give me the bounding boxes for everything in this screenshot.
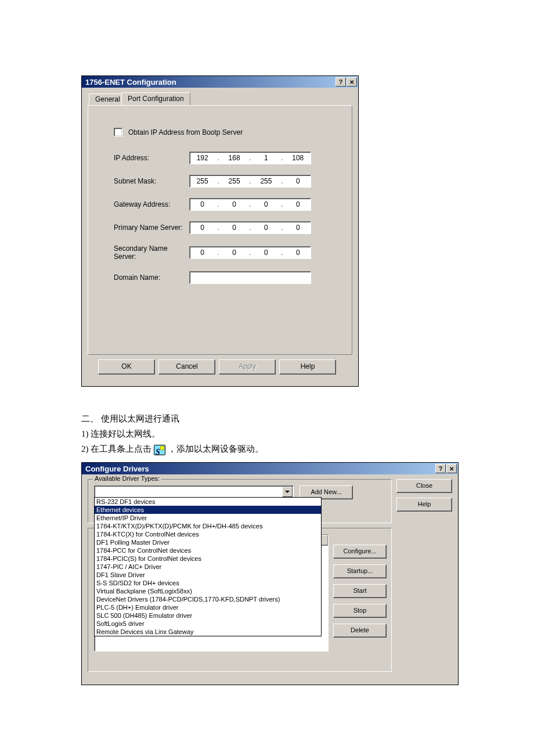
domain-name-input[interactable] <box>189 271 311 284</box>
start-button[interactable]: Start <box>333 584 387 598</box>
ok-button[interactable]: OK <box>98 359 155 375</box>
secondary-ns-input[interactable]: 0. 0. 0. 0 <box>189 246 311 259</box>
ip-octet[interactable]: 0 <box>254 249 277 257</box>
enet-config-dialog: 1756-ENET Configuration ? ✕ General Port… <box>81 75 359 387</box>
dialog-title: 1756-ENET Configuration <box>85 78 176 87</box>
dropdown-option[interactable]: Ethernet/IP Driver <box>95 514 321 522</box>
step-text-part: 2) 在工具条上点击 <box>81 444 151 453</box>
ip-octet[interactable]: 0 <box>286 177 309 185</box>
ip-octet[interactable]: 0 <box>254 224 277 232</box>
dropdown-option[interactable]: DF1 Slave Driver <box>95 571 321 579</box>
chevron-down-icon[interactable] <box>282 487 293 497</box>
ip-octet[interactable]: 0 <box>223 249 246 257</box>
step-text-part: ，添加以太网设备驱动。 <box>168 444 264 453</box>
ip-octet[interactable]: 108 <box>286 154 309 162</box>
dropdown-option[interactable]: S-S SD/SD2 for DH+ devices <box>95 579 321 587</box>
close-icon[interactable]: ✕ <box>347 77 357 87</box>
ip-octet[interactable]: 0 <box>223 224 246 232</box>
help-icon[interactable]: ? <box>435 464 446 473</box>
ip-octet[interactable]: 255 <box>223 177 246 185</box>
rslinx-s-icon <box>154 445 165 455</box>
gateway-label: Gateway Address: <box>114 200 189 208</box>
ip-octet[interactable]: 0 <box>254 200 277 208</box>
secondary-ns-label: Secondary Name Server: <box>114 244 189 261</box>
startup-button[interactable]: Startup... <box>333 564 387 578</box>
port-configuration-panel: Obtain IP Address from Bootp Server IP A… <box>88 105 352 355</box>
domain-name-label: Domain Name: <box>114 273 189 282</box>
section-heading: 二、 使用以太网进行通讯 <box>81 411 453 426</box>
subnet-mask-label: Subnet Mask: <box>114 177 189 185</box>
dialog-title: Configure Drivers <box>85 465 149 473</box>
dropdown-option[interactable]: Remote Devices via Linx Gateway <box>95 628 321 636</box>
dropdown-option[interactable]: 1784-PCC for ControlNet devices <box>95 546 321 555</box>
available-driver-types-group: Available Driver Types: RS-232 DF1 devic… <box>88 479 392 523</box>
ip-octet[interactable]: 0 <box>223 200 246 208</box>
configure-button[interactable]: Configure... <box>333 545 387 559</box>
subnet-mask-input[interactable]: 255. 255. 255. 0 <box>189 175 311 188</box>
ip-octet[interactable]: 255 <box>191 177 214 185</box>
titlebar[interactable]: Configure Drivers ? ✕ <box>82 463 458 474</box>
ip-octet[interactable]: 0 <box>191 200 214 208</box>
close-icon[interactable]: ✕ <box>446 464 457 473</box>
bootp-checkbox[interactable] <box>114 128 122 136</box>
dropdown-option[interactable]: DeviceNet Drivers (1784-PCD/PCIDS,1770-K… <box>95 595 321 603</box>
stop-button[interactable]: Stop <box>333 604 387 618</box>
driver-type-combobox[interactable]: RS-232 DF1 devicesEthernet devicesEthern… <box>94 485 294 498</box>
dropdown-option[interactable]: RS-232 DF1 devices <box>95 498 321 506</box>
help-button[interactable]: Help <box>396 498 452 512</box>
delete-button[interactable]: Delete <box>333 624 387 638</box>
ip-octet[interactable]: 1 <box>254 154 277 162</box>
gateway-input[interactable]: 0. 0. 0. 0 <box>189 198 311 211</box>
group-label: Available Driver Types: <box>93 475 161 482</box>
dropdown-option[interactable]: PLC-5 (DH+) Emulator driver <box>95 603 321 611</box>
configure-drivers-dialog: Configure Drivers ? ✕ Available Driver T… <box>81 462 459 685</box>
ip-octet[interactable]: 255 <box>254 177 277 185</box>
dropdown-option[interactable]: Ethernet devices <box>95 506 321 514</box>
dropdown-option[interactable]: SoftLogix5 driver <box>95 620 321 628</box>
primary-ns-input[interactable]: 0. 0. 0. 0 <box>189 221 311 234</box>
help-icon[interactable]: ? <box>335 77 346 87</box>
primary-ns-label: Primary Name Server: <box>114 224 189 232</box>
tab-port-configuration[interactable]: Port Configuration <box>121 92 190 105</box>
ip-address-input[interactable]: 192. 168. 1. 108 <box>189 152 311 164</box>
ip-octet[interactable]: 0 <box>191 224 214 232</box>
dropdown-option[interactable]: 1784-PCIC(S) for ControlNet devices <box>95 555 321 563</box>
help-button[interactable]: Help <box>279 359 336 375</box>
ip-octet[interactable]: 0 <box>286 200 309 208</box>
dropdown-option[interactable]: Virtual Backplane (SoftLogix58xx) <box>95 587 321 595</box>
step-text: 2) 在工具条上点击 ，添加以太网设备驱动。 <box>81 441 453 456</box>
bootp-label: Obtain IP Address from Bootp Server <box>128 128 243 136</box>
dropdown-option[interactable]: 1747-PIC / AIC+ Driver <box>95 563 321 571</box>
tab-general[interactable]: General <box>89 93 127 105</box>
driver-type-dropdown-list[interactable]: RS-232 DF1 devicesEthernet devicesEthern… <box>94 497 322 636</box>
close-button[interactable]: Close <box>396 479 452 493</box>
dropdown-option[interactable]: 1784-KTC(X) for ControlNet devices <box>95 530 321 538</box>
ip-octet[interactable]: 0 <box>286 224 309 232</box>
titlebar[interactable]: 1756-ENET Configuration ? ✕ <box>82 76 358 88</box>
dropdown-option[interactable]: SLC 500 (DH485) Emulator driver <box>95 611 321 620</box>
ip-octet[interactable]: 192 <box>191 154 214 162</box>
ip-octet[interactable]: 0 <box>191 249 214 257</box>
ip-octet[interactable]: 168 <box>223 154 246 162</box>
cancel-button[interactable]: Cancel <box>158 359 215 375</box>
document-text: 二、 使用以太网进行通讯 1) 连接好以太网线。 2) 在工具条上点击 ，添加以… <box>81 411 453 456</box>
ip-octet[interactable]: 0 <box>286 249 309 257</box>
ip-address-label: IP Address: <box>114 154 189 162</box>
apply-button: Apply <box>219 359 276 375</box>
dropdown-option[interactable]: DF1 Polling Master Driver <box>95 538 321 546</box>
step-text: 1) 连接好以太网线。 <box>81 426 453 441</box>
dropdown-option[interactable]: 1784-KT/KTX(D)/PKTX(D)/PCMK for DH+/DH-4… <box>95 522 321 530</box>
